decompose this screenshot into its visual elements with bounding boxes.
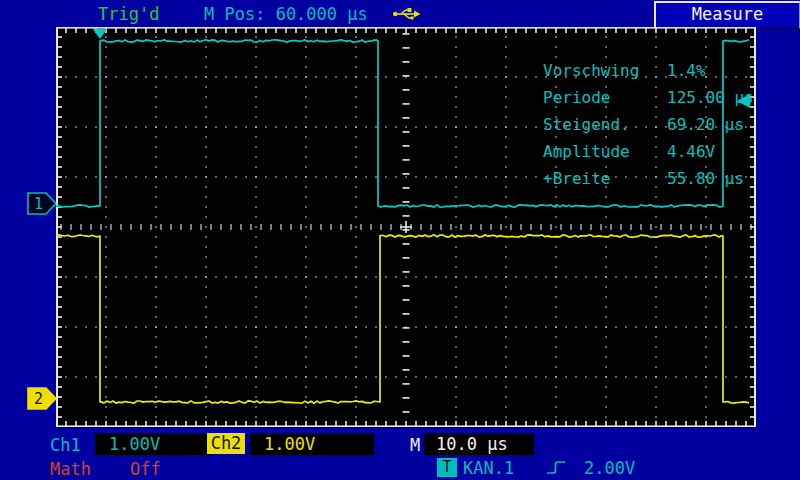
ch2-ground-marker-icon: 2	[27, 386, 58, 411]
ch2-scale-readout: 1.00V	[250, 433, 374, 455]
math-label: Math	[50, 459, 91, 479]
ch1-label: Ch1	[50, 435, 81, 455]
measurement-row: Periode125.00 µs	[543, 84, 754, 111]
trigger-position-marker-icon	[93, 29, 107, 39]
svg-text:1: 1	[34, 195, 43, 213]
measure-button[interactable]: Measure	[654, 1, 800, 29]
ch2-label-selected[interactable]: Ch2	[207, 433, 245, 454]
svg-text:2: 2	[34, 390, 43, 408]
measurement-row: Steigend.69.20 µs	[543, 111, 754, 138]
trigger-badge: T	[437, 458, 457, 477]
trigger-level-readout: 2.00V	[584, 458, 635, 478]
oscilloscope-screen: Trig'd M Pos: 60.000 µs Measure Vorschwi…	[0, 0, 800, 480]
rising-edge-icon	[545, 459, 569, 480]
usb-icon	[392, 6, 422, 25]
measurement-row: Vorschwing1.4%	[543, 57, 754, 84]
measurement-row: +Breite55.80 µs	[543, 165, 754, 192]
ch1-scale-readout: 1.00V	[95, 433, 211, 455]
ch1-ground-marker-icon: 1	[27, 191, 58, 216]
trigger-source-readout: KAN.1	[463, 458, 514, 478]
timebase-readout: 10.0 µs	[424, 433, 534, 455]
trigger-status: Trig'd	[98, 4, 159, 24]
timebase-label: M	[410, 435, 420, 455]
math-status: Off	[130, 459, 161, 479]
measurement-readout: Vorschwing1.4% Periode125.00 µs Steigend…	[543, 57, 754, 192]
m-position-readout: M Pos: 60.000 µs	[204, 4, 368, 24]
measurement-row: Amplitude4.46V	[543, 138, 754, 165]
